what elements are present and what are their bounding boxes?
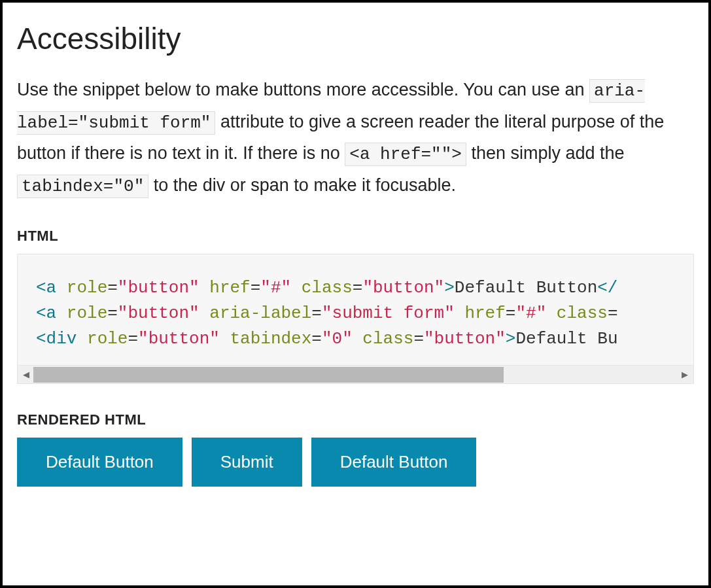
code-tag: <a [36,278,56,298]
inline-code-a-href: <a href=""> [345,143,466,166]
code-tag-end: > [506,329,516,349]
rendered-button-default-2[interactable]: Default Button [311,438,477,487]
doc-frame: Accessibility Use the snippet below to m… [0,0,711,588]
rendered-button-default-1[interactable]: Default Button [17,438,182,487]
code-eq: = [608,303,618,323]
scroll-right-arrow-icon[interactable]: ▶ [678,366,692,383]
code-attr-value: button [128,278,189,298]
code-attr-name: class [353,329,414,349]
code-quote: " [322,303,332,323]
code-quote: " [118,303,128,323]
code-attr-name: tabindex [220,329,311,349]
code-tag: <div [36,329,77,349]
scroll-track[interactable] [33,366,678,383]
code-eq: = [107,278,118,298]
desc-text-4: to the div or span to make it focusable. [148,175,456,195]
code-close-tag: </ [597,278,617,298]
code-quote: " [342,329,353,349]
code-attr-value: button [128,303,189,323]
code-lines: <a role="button" href="#" class="button"… [18,275,693,357]
code-attr-value: button [373,278,434,298]
code-quote: " [322,329,332,349]
code-quote: " [515,303,526,323]
code-text: Default Button [455,278,597,298]
code-eq: = [128,329,138,349]
code-quote: " [444,303,455,323]
desc-text-1: Use the snippet below to make buttons mo… [17,80,589,99]
code-eq: = [107,303,118,323]
code-quote: " [536,303,547,323]
code-attr-value: # [271,278,281,298]
horizontal-scrollbar[interactable]: ◀ ▶ [18,365,693,383]
code-quote: " [424,329,434,349]
code-attr-name: aria-label [199,303,312,323]
rendered-section-label: RENDERED HTML [17,411,694,428]
code-quote: " [495,329,506,349]
code-attr-name: role [56,278,107,298]
code-line: <a role="button" aria-label="submit form… [36,301,693,326]
code-attr-value: # [526,303,536,323]
code-tag-end: > [444,278,455,298]
code-text: Default Bu [515,329,617,349]
code-quote: " [138,329,148,349]
code-eq: = [413,329,424,349]
code-attr-value: button [148,329,210,349]
code-attr-name: href [455,303,506,323]
code-quote: " [189,303,199,323]
code-line: <a role="button" href="#" class="button"… [36,275,693,301]
code-quote: " [118,278,128,298]
code-attr-name: href [199,278,251,298]
code-eq: = [506,303,516,323]
desc-text-3: then simply add the [466,143,625,163]
inline-code-tabindex: tabindex="0" [17,175,148,198]
rendered-button-submit[interactable]: Submit [192,438,302,487]
code-attr-value: button [434,329,496,349]
scroll-thumb[interactable] [33,367,504,383]
code-attr-name: role [77,329,128,349]
code-eq: = [251,278,261,298]
page-title: Accessibility [17,21,694,56]
code-tag: <a [36,303,56,323]
code-quote: " [281,278,292,298]
code-quote: " [362,278,373,298]
code-quote: " [209,329,220,349]
code-attr-value: 0 [332,329,343,349]
scroll-left-arrow-icon[interactable]: ◀ [19,366,33,383]
code-quote: " [189,278,199,298]
rendered-buttons-row: Default Button Submit Default Button [17,438,694,487]
code-attr-name: class [291,278,353,298]
code-quote: " [434,278,445,298]
description-paragraph: Use the snippet below to make buttons mo… [17,75,694,201]
code-block: <a role="button" href="#" class="button"… [17,254,694,384]
code-eq: = [311,303,322,323]
code-line: <div role="button" tabindex="0" class="b… [36,326,693,352]
code-quote: " [260,278,271,298]
code-attr-value: submit form [332,303,445,323]
code-eq: = [353,278,363,298]
code-eq: = [311,329,322,349]
code-attr-name: role [56,303,107,323]
code-attr-name: class [546,303,608,323]
html-section-label: HTML [17,228,694,245]
